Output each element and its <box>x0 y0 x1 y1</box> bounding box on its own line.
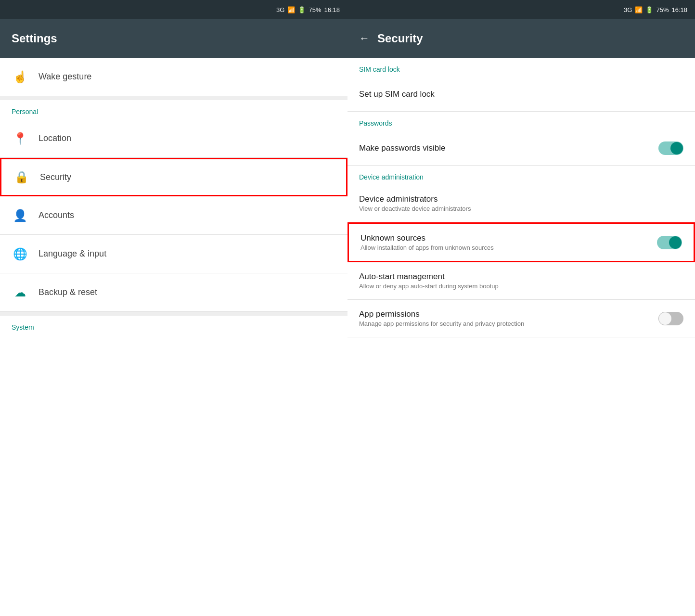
sidebar-item-security[interactable]: 🔒 Security <box>0 158 348 196</box>
section-passwords-header: Passwords <box>348 112 695 131</box>
unknown-sources-toggle-knob <box>669 236 682 249</box>
sidebar-item-accounts[interactable]: 👤 Accounts <box>0 196 348 235</box>
app-permissions-title: App permissions <box>359 309 658 319</box>
sim-card-lock-item[interactable]: Set up SIM card lock <box>348 77 695 112</box>
network-indicator: 3G <box>276 6 284 13</box>
accounts-icon: 👤 <box>12 207 29 224</box>
accounts-label: Accounts <box>39 210 336 220</box>
unknown-sources-toggle-control[interactable] <box>657 236 682 249</box>
passwords-toggle[interactable] <box>658 141 683 155</box>
passwords-toggle-knob <box>670 142 683 154</box>
security-icon: 🔒 <box>13 168 30 186</box>
backup-label: Backup & reset <box>39 287 336 297</box>
app-permissions-toggle-control[interactable] <box>658 312 683 325</box>
location-label: Location <box>39 133 336 143</box>
unknown-sources-toggle[interactable] <box>657 236 682 249</box>
backup-icon: ☁ <box>12 284 29 301</box>
time-display: 16:18 <box>324 6 340 13</box>
app-permissions-toggle-knob <box>659 312 671 325</box>
right-battery-percent: 75% <box>656 6 669 13</box>
right-status-bar: 3G 📶 🔋 75% 16:18 <box>348 0 695 19</box>
unknown-sources-item[interactable]: Unknown sources Allow installation of ap… <box>348 222 695 262</box>
right-content: SIM card lock Set up SIM card lock Passw… <box>348 58 695 616</box>
wake-gesture-icon: ☝ <box>12 68 29 86</box>
unknown-sources-subtitle: Allow installation of apps from unknown … <box>360 244 657 251</box>
auto-start-item[interactable]: Auto-start management Allow or deny app … <box>348 262 695 300</box>
sidebar-item-language[interactable]: 🌐 Language & input <box>0 235 348 273</box>
section-personal-header: Personal <box>0 100 348 119</box>
security-label: Security <box>40 172 335 182</box>
app-permissions-toggle[interactable] <box>658 312 683 325</box>
battery-icon: 🔋 <box>298 6 306 13</box>
left-header: Settings <box>0 19 348 58</box>
divider-personal <box>0 96 348 100</box>
left-panel: 3G 📶 🔋 75% 16:18 Settings ☝ Wake gesture… <box>0 0 348 616</box>
auto-start-subtitle: Allow or deny app auto-start during syst… <box>359 282 683 290</box>
divider-system <box>0 312 348 316</box>
sidebar-item-backup[interactable]: ☁ Backup & reset <box>0 273 348 312</box>
passwords-visible-item[interactable]: Make passwords visible <box>348 131 695 166</box>
auto-start-title: Auto-start management <box>359 272 683 282</box>
passwords-visible-title: Make passwords visible <box>359 143 658 153</box>
left-status-bar: 3G 📶 🔋 75% 16:18 <box>0 0 348 19</box>
section-system-header: System <box>0 316 348 335</box>
language-label: Language & input <box>39 249 336 259</box>
device-admins-title: Device administrators <box>359 194 683 204</box>
device-admins-item[interactable]: Device administrators View or deactivate… <box>348 185 695 222</box>
app-permissions-subtitle: Manage app permissions for security and … <box>359 320 658 327</box>
section-device-admin-header: Device administration <box>348 166 695 185</box>
right-panel: 3G 📶 🔋 75% 16:18 ← Security SIM card loc… <box>348 0 695 616</box>
back-button[interactable]: ← <box>359 32 370 45</box>
passwords-toggle-control[interactable] <box>658 141 683 155</box>
sidebar-item-location[interactable]: 📍 Location <box>0 119 348 158</box>
right-battery-icon: 🔋 <box>645 6 653 13</box>
unknown-sources-title: Unknown sources <box>360 233 657 243</box>
sim-card-lock-title: Set up SIM card lock <box>359 90 683 99</box>
app-permissions-item[interactable]: App permissions Manage app permissions f… <box>348 300 695 337</box>
sidebar-item-wake-gesture[interactable]: ☝ Wake gesture <box>0 58 348 96</box>
right-network-indicator: 3G <box>624 6 632 13</box>
battery-percent: 75% <box>309 6 321 13</box>
language-icon: 🌐 <box>12 245 29 263</box>
signal-icon: 📶 <box>287 6 295 13</box>
right-signal-icon: 📶 <box>635 6 643 13</box>
location-icon: 📍 <box>12 130 29 147</box>
device-admins-subtitle: View or deactivate device administrators <box>359 205 683 212</box>
page-title: Settings <box>12 32 57 45</box>
right-time-display: 16:18 <box>671 6 687 13</box>
right-page-title: Security <box>377 32 423 45</box>
wake-gesture-label: Wake gesture <box>39 72 336 82</box>
left-content: ☝ Wake gesture Personal 📍 Location 🔒 Sec… <box>0 58 348 616</box>
section-sim-header: SIM card lock <box>348 58 695 77</box>
right-header: ← Security <box>348 19 695 58</box>
